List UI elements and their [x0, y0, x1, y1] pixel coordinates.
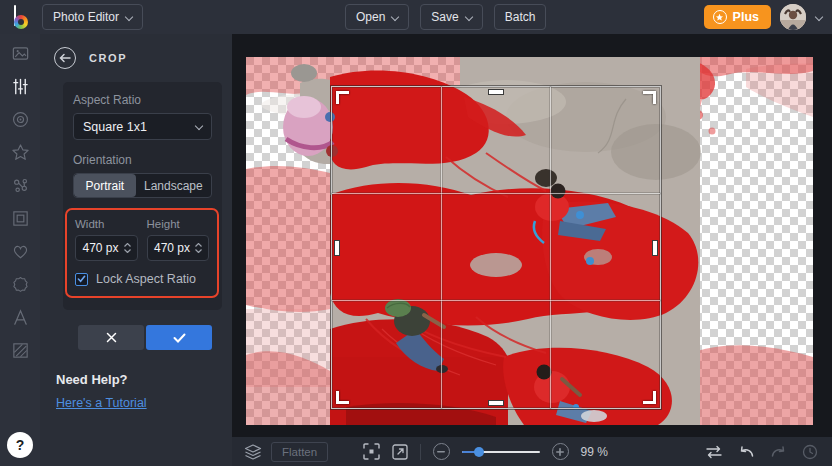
apply-crop-button[interactable] [146, 325, 212, 350]
crop-handle-top-left[interactable] [336, 91, 349, 104]
width-input[interactable]: 470 px [75, 235, 138, 261]
help-label: ? [16, 437, 25, 453]
redo-icon[interactable] [770, 445, 787, 458]
crop-handle-top[interactable] [488, 89, 504, 95]
overlays-badge-icon[interactable] [11, 275, 30, 294]
top-bar-right: Plus [704, 4, 832, 30]
frames-icon[interactable] [11, 209, 30, 228]
width-value: 470 px [82, 241, 122, 255]
width-label: Width [75, 218, 138, 230]
crop-grid-line [550, 87, 551, 408]
compare-arrows-icon[interactable] [705, 445, 723, 459]
edit-sliders-icon[interactable] [11, 77, 30, 96]
panel-title: CROP [89, 52, 127, 64]
plus-icon [556, 448, 564, 456]
aspect-ratio-label: Aspect Ratio [73, 93, 212, 107]
app-menu-label: Photo Editor [53, 10, 119, 24]
open-button[interactable]: Open [345, 4, 409, 30]
plus-label: Plus [733, 10, 759, 24]
help-heading: Need Help? [56, 372, 222, 387]
orientation-toggle: Portrait Landscape [73, 173, 212, 198]
crop-handle-bottom-left[interactable] [336, 391, 349, 404]
crop-box[interactable] [331, 86, 661, 409]
check-icon [173, 333, 186, 343]
zoom-slider[interactable] [462, 447, 540, 457]
crop-grid-line [332, 300, 660, 301]
open-full-view-icon[interactable] [392, 444, 408, 460]
bottom-bar: Flatten [232, 437, 832, 466]
zoom-slider-knob[interactable] [474, 447, 484, 457]
width-stepper[interactable] [122, 243, 133, 253]
crop-panel: CROP Aspect Ratio Square 1x1 Orientation… [40, 34, 232, 466]
x-icon [106, 332, 117, 343]
portrait-label: Portrait [85, 179, 124, 193]
user-avatar[interactable] [780, 4, 806, 30]
crop-grid-line [441, 87, 442, 408]
account-chevron-icon[interactable] [815, 14, 822, 21]
app-window: Photo Editor Open Save Batch Plus [0, 0, 832, 466]
landscape-label: Landscape [144, 179, 203, 193]
flatten-label: Flatten [282, 446, 317, 458]
crop-grid-line [332, 193, 660, 194]
lock-aspect-label: Lock Aspect Ratio [96, 272, 196, 286]
chevron-down-icon [391, 14, 398, 21]
orientation-label: Orientation [73, 153, 212, 167]
graphics-heart-icon[interactable] [11, 242, 30, 261]
top-bar: Photo Editor Open Save Batch Plus [0, 0, 832, 34]
save-button[interactable]: Save [420, 4, 482, 30]
open-label: Open [356, 10, 385, 24]
effects-eye-icon[interactable] [11, 110, 30, 129]
portrait-button[interactable]: Portrait [74, 174, 136, 197]
flatten-button[interactable]: Flatten [271, 442, 328, 462]
crop-panel-header: CROP [54, 47, 222, 69]
crop-handle-top-right[interactable] [643, 91, 656, 104]
textures-icon[interactable] [11, 341, 30, 360]
crop-handle-bottom-right[interactable] [643, 391, 656, 404]
crop-handle-left[interactable] [334, 240, 340, 256]
zoom-out-button[interactable] [433, 443, 450, 460]
crop-handle-bottom[interactable] [488, 400, 504, 406]
save-label: Save [431, 10, 458, 24]
red-callout-box: Width 470 px Height 470 px [65, 208, 219, 298]
undo-icon[interactable] [738, 445, 755, 458]
history-clock-icon[interactable] [802, 444, 818, 460]
befunky-logo-icon [13, 5, 30, 29]
batch-button[interactable]: Batch [494, 4, 547, 30]
height-label: Height [147, 218, 210, 230]
minus-icon [437, 451, 445, 453]
aspect-ratio-select[interactable]: Square 1x1 [73, 113, 212, 140]
height-value: 470 px [154, 241, 194, 255]
crop-settings-card: Aspect Ratio Square 1x1 Orientation Port… [63, 82, 222, 310]
height-stepper[interactable] [193, 243, 204, 253]
cancel-crop-button[interactable] [78, 325, 144, 350]
crop-actions [78, 325, 222, 350]
photo-manager-icon[interactable] [11, 44, 30, 63]
zoom-in-button[interactable] [552, 443, 569, 460]
height-input[interactable]: 470 px [147, 235, 210, 261]
app-menu-button[interactable]: Photo Editor [42, 4, 143, 30]
fit-to-screen-icon[interactable] [363, 443, 380, 460]
plus-upgrade-button[interactable]: Plus [704, 5, 771, 29]
top-bar-center: Open Save Batch [345, 0, 546, 34]
back-arrow-icon [59, 53, 71, 63]
tutorial-link[interactable]: Here's a Tutorial [56, 396, 147, 410]
canvas-area [232, 34, 832, 437]
batch-label: Batch [505, 10, 536, 24]
layers-icon[interactable] [244, 444, 262, 460]
aspect-ratio-value: Square 1x1 [83, 120, 147, 134]
crop-handle-right[interactable] [652, 240, 658, 256]
star-circle-icon [713, 10, 727, 24]
artsy-star-icon[interactable] [11, 143, 30, 162]
text-icon[interactable] [11, 308, 30, 327]
zoom-percent: 99 % [581, 445, 615, 459]
befunky-logo[interactable] [0, 5, 42, 29]
chevron-down-icon [465, 14, 472, 21]
lock-aspect-checkbox[interactable] [75, 273, 88, 286]
landscape-button[interactable]: Landscape [136, 174, 211, 197]
help-block: Need Help? Here's a Tutorial [56, 372, 222, 411]
help-button[interactable]: ? [7, 432, 33, 458]
back-button[interactable] [54, 47, 76, 69]
tool-rail: ? [0, 34, 40, 466]
divider [420, 444, 421, 460]
touchup-dots-icon[interactable] [11, 176, 30, 195]
